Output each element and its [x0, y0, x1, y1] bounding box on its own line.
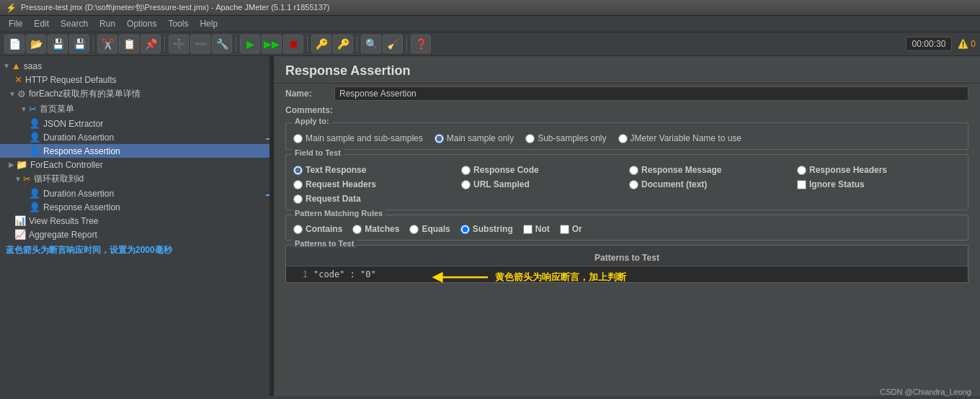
pattern-substring[interactable]: Substring: [460, 224, 513, 234]
toolbar-sep-2: [164, 36, 165, 52]
toolbar-sep-5: [357, 36, 357, 52]
menu-search[interactable]: Search: [55, 17, 94, 30]
sidebar-item-view-results[interactable]: 📊 View Results Tree: [0, 214, 270, 228]
json-icon: 👤: [29, 118, 40, 129]
foreach-ctrl-arrow: ▶: [9, 161, 14, 169]
radio-jmeter-var[interactable]: JMeter Variable Name to use: [618, 133, 742, 143]
remote-stop-button[interactable]: 🔑: [333, 35, 353, 53]
save-button[interactable]: 💾: [48, 35, 68, 53]
sidebar-item-aggregate-report[interactable]: 📈 Aggregate Report: [0, 228, 270, 241]
title-bar: ⚡ Pressure-test.jmx (D:\soft\jmeter包\Pre…: [0, 0, 980, 16]
save-as-button[interactable]: 💾: [69, 35, 89, 53]
radio-main-sub[interactable]: Main sample and sub-samples: [293, 133, 423, 143]
menu-edit[interactable]: Edit: [28, 17, 55, 30]
menu-options[interactable]: Options: [121, 17, 162, 30]
radio-sub-only[interactable]: Sub-samples only: [525, 133, 606, 143]
response1-label: Response Assertion: [43, 146, 120, 156]
clear-button[interactable]: 🧹: [383, 35, 403, 53]
sidebar-item-json-extractor[interactable]: 👤 JSON Extractor: [0, 117, 270, 130]
menu-tools[interactable]: Tools: [162, 17, 194, 30]
field-req-data-label: Request Data: [306, 194, 361, 204]
sidebar-item-response2[interactable]: 👤 Response Assertion: [0, 200, 270, 214]
field-to-test-grid: Text Response Response Code Response Mes…: [286, 155, 968, 210]
home-menu-label: 首页菜单: [40, 103, 74, 115]
remote-start-button[interactable]: 🔑: [311, 35, 331, 53]
properties-button[interactable]: 🔧: [212, 35, 232, 53]
radio-main-only-label: Main sample only: [447, 133, 514, 143]
start-no-pauses-button[interactable]: ▶▶: [262, 35, 282, 53]
open-button[interactable]: 📂: [26, 35, 46, 53]
pattern-not[interactable]: Not: [523, 224, 550, 234]
sidebar-item-foreach-controller[interactable]: ▶ 📁 ForEach Controller: [0, 158, 270, 171]
timer-display: 00:00:30: [906, 37, 953, 51]
sidebar-item-response1[interactable]: 👤 Response Assertion: [0, 144, 270, 158]
pattern-contains[interactable]: Contains: [293, 224, 342, 234]
toolbar-sep-6: [406, 36, 407, 52]
apply-to-title: Apply to:: [292, 117, 332, 125]
sidebar-item-http-defaults[interactable]: ✕ HTTP Request Defaults: [0, 73, 270, 86]
pattern-substring-label: Substring: [473, 224, 513, 234]
duration2-label: Duration Assertion: [43, 189, 114, 199]
help-button[interactable]: ❓: [411, 35, 431, 53]
pattern-matching-section: Pattern Matching Rules Contains Matches …: [285, 215, 968, 241]
field-document-text[interactable]: Document (text): [629, 179, 793, 189]
json-label: JSON Extractor: [43, 119, 103, 129]
radio-main-only[interactable]: Main sample only: [435, 133, 514, 143]
sidebar-item-duration1[interactable]: 👤 Duration Assertion: [0, 130, 270, 144]
saas-label: saas: [24, 61, 42, 71]
toolbar: 📄 📂 💾 💾 ✂️ 📋 📌 ➕ ➖ 🔧 ▶ ▶▶ ⏹ 🔑 🔑 🔍 🧹 ❓ 00…: [0, 32, 980, 56]
radio-jmeter-var-label: JMeter Variable Name to use: [631, 133, 742, 143]
field-request-headers[interactable]: Request Headers: [293, 179, 457, 189]
pattern-equals[interactable]: Equals: [409, 224, 450, 234]
pattern-matches-label: Matches: [365, 224, 399, 234]
name-input[interactable]: [334, 86, 968, 101]
run-button[interactable]: ▶: [240, 35, 260, 53]
add-button[interactable]: ➕: [169, 35, 189, 53]
paste-button[interactable]: 📌: [141, 35, 161, 53]
field-url-label: URL Sampled: [473, 179, 530, 189]
comments-row: Comments:: [274, 104, 980, 118]
field-response-headers[interactable]: Response Headers: [797, 165, 961, 175]
field-response-message[interactable]: Response Message: [629, 165, 793, 175]
pattern-or[interactable]: Or: [560, 224, 582, 234]
foreach-ctrl-icon: 📁: [16, 159, 27, 170]
field-response-code[interactable]: Response Code: [461, 165, 625, 175]
cut-button[interactable]: ✂️: [97, 35, 117, 53]
copy-button[interactable]: 📋: [119, 35, 139, 53]
search-button[interactable]: 🔍: [361, 35, 381, 53]
field-ignore-label: Ignore Status: [809, 179, 865, 189]
response2-label: Response Assertion: [43, 202, 120, 212]
sidebar-item-saas[interactable]: ▼ ▲ saas: [0, 59, 270, 73]
stop-button[interactable]: ⏹: [283, 35, 303, 53]
menu-file[interactable]: File: [3, 17, 28, 30]
view-results-icon: 📊: [14, 215, 26, 226]
apply-to-radio-group: Main sample and sub-samples Main sample …: [293, 133, 961, 143]
table-row: 1 "code" : "0": [286, 266, 968, 282]
foreach1-arrow: ▼: [9, 90, 16, 98]
loop-icon: ✂: [23, 174, 31, 184]
sidebar-item-duration2[interactable]: 👤 Duration Assertion: [0, 187, 270, 200]
apply-to-section: Apply to: Main sample and sub-samples Ma…: [285, 122, 968, 150]
row-value: "code" : "0": [313, 269, 376, 279]
field-to-test-title: Field to Test: [292, 148, 344, 157]
remove-button[interactable]: ➖: [190, 35, 210, 53]
field-url-sampled[interactable]: URL Sampled: [461, 179, 625, 189]
home-arrow: ▼: [20, 105, 27, 113]
view-results-label: View Results Tree: [29, 216, 99, 226]
field-request-data[interactable]: Request Data: [293, 194, 457, 204]
field-text-response[interactable]: Text Response: [293, 165, 457, 175]
apply-to-content: Main sample and sub-samples Main sample …: [286, 123, 968, 149]
menu-help[interactable]: Help: [194, 17, 223, 30]
http-icon: ✕: [14, 74, 22, 85]
sidebar-item-foreach1[interactable]: ▼ ⚙ forEachz获取所有的菜单详情: [0, 86, 270, 102]
pattern-matching-title: Pattern Matching Rules: [292, 209, 386, 218]
field-ignore-status[interactable]: Ignore Status: [797, 179, 961, 189]
pattern-matches[interactable]: Matches: [352, 224, 399, 234]
sidebar-item-home-menu[interactable]: ▼ ✂ 首页菜单: [0, 102, 270, 117]
aggregate-icon: 📈: [14, 229, 26, 240]
sidebar-item-loop[interactable]: ▼ ✂ 循环获取到id: [0, 171, 270, 187]
foreach1-label: forEachz获取所有的菜单详情: [29, 88, 141, 100]
menu-run[interactable]: Run: [94, 17, 121, 30]
warning-icon: ⚠️: [958, 39, 968, 49]
new-button[interactable]: 📄: [4, 35, 24, 53]
